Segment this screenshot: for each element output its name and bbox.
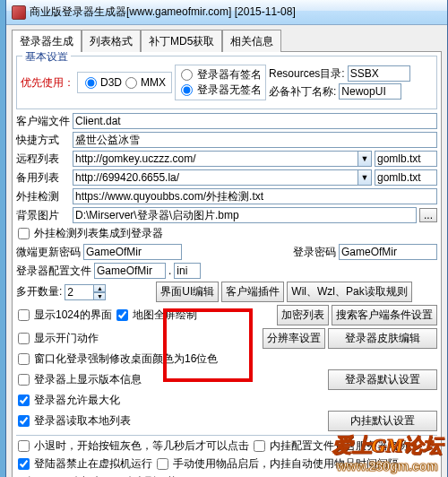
- label-micro-pwd: 微端更新密码: [16, 245, 81, 260]
- label-cfg-file: 登录器配置文件: [16, 264, 91, 279]
- chk-allow-max[interactable]: [18, 395, 30, 406]
- btn-search-cond[interactable]: 搜索客户端条件设置: [332, 305, 437, 325]
- input-bg-image[interactable]: [73, 207, 417, 223]
- tab-generate[interactable]: 登录器生成: [12, 30, 82, 52]
- label-priority: 优先使用：: [21, 75, 74, 91]
- btn-hack-default[interactable]: 内挂默认设置: [328, 411, 437, 431]
- spin-down[interactable]: ▼: [93, 292, 106, 300]
- label-map-full: 地图全屏绘制: [133, 308, 197, 323]
- input-micro-pwd[interactable]: [83, 244, 182, 260]
- label-client-file: 客户端文件: [16, 114, 70, 129]
- btn-client-plugin[interactable]: 客户端插件: [221, 282, 284, 302]
- dropdown-backup-list[interactable]: ▼: [358, 169, 372, 186]
- radio-mmx[interactable]: [125, 77, 137, 89]
- label-d3d: D3D: [100, 76, 122, 89]
- chk-win-force[interactable]: [18, 353, 30, 365]
- input-backup-list-file[interactable]: [375, 169, 437, 186]
- chk-show-ver[interactable]: [18, 374, 30, 386]
- input-remote-list[interactable]: [73, 151, 358, 167]
- app-icon: [12, 5, 26, 20]
- input-patch-name[interactable]: [339, 83, 401, 100]
- input-multi-open[interactable]: [65, 284, 93, 300]
- chk-hacklist-embed[interactable]: [18, 228, 30, 239]
- btn-wil-rules[interactable]: Wil、Wzl、Pak读取规则: [287, 282, 411, 302]
- btn-skin-edit[interactable]: 登录器皮肤编辑: [328, 328, 437, 349]
- input-hack-detect[interactable]: [73, 188, 437, 204]
- label-bg-image: 背景图片: [16, 208, 70, 223]
- spinner-multi-open[interactable]: ▲▼: [65, 284, 106, 300]
- label-cfg-reg: 内挂配置文件包含服务器名称: [270, 438, 409, 454]
- input-backup-list[interactable]: [73, 169, 358, 186]
- label-shortcut: 快捷方式: [16, 133, 70, 148]
- label-mmx: MMX: [141, 76, 166, 89]
- label-win-force: 窗口化登录强制修改桌面颜色为16位色: [34, 351, 218, 367]
- chk-read-local[interactable]: [18, 415, 30, 427]
- input-cfg-file[interactable]: [94, 263, 166, 279]
- btn-enc-list[interactable]: 加密列表: [277, 305, 329, 325]
- input-shortcut[interactable]: [73, 132, 437, 148]
- label-show-open: 显示开门动作: [34, 331, 99, 346]
- label-read-local: 登录器读取本地列表: [34, 413, 131, 429]
- chk-no-vm[interactable]: [18, 458, 30, 470]
- label-multi-open: 多开数量:: [16, 284, 62, 299]
- label-manual-item: 手动使用物品启后，内挂自动使用物品时间间隔: [173, 456, 399, 472]
- tab-bar: 登录器生成 列表格式 补丁MD5获取 相关信息: [12, 30, 442, 52]
- chk-map-full[interactable]: [116, 309, 128, 321]
- label-no-vm: 登陆器禁止在虚拟机运行: [34, 456, 152, 472]
- label-res-dir: Resources目录:: [269, 66, 345, 82]
- label-hacklist-embed: 外挂检测列表集成到登录器: [34, 226, 163, 241]
- input-remote-list-file[interactable]: [375, 151, 437, 167]
- label-show-ver: 登录器上显示版本信息: [34, 372, 142, 387]
- btn-ui-edit[interactable]: 界面UI编辑: [156, 282, 219, 302]
- label-login-pwd: 登录密码: [293, 245, 336, 260]
- input-cfg-ext[interactable]: [174, 263, 201, 279]
- dropdown-remote-list[interactable]: ▼: [358, 151, 372, 167]
- btn-res-set[interactable]: 分辨率设置: [263, 328, 325, 349]
- fieldset-title: 基本设置: [22, 51, 71, 65]
- label-signed: 登录器有签名: [197, 67, 262, 82]
- label-hack-detect: 外挂检测: [16, 189, 70, 204]
- browse-bg-image[interactable]: ...: [419, 208, 437, 222]
- tab-list-format[interactable]: 列表格式: [82, 30, 141, 52]
- radio-unsigned[interactable]: [181, 84, 193, 96]
- label-patch-name: 必备补丁名称:: [269, 84, 336, 100]
- input-res-dir[interactable]: [348, 65, 410, 82]
- spin-up[interactable]: ▲: [93, 284, 106, 292]
- radio-d3d[interactable]: [85, 77, 97, 89]
- label-allow-max: 登录器允许最大化: [34, 393, 120, 408]
- label-small-back: 小退时，开始按钮灰色，等几秒后才可以点击: [34, 438, 249, 454]
- radio-signed[interactable]: [181, 69, 193, 81]
- input-client-file[interactable]: [73, 113, 437, 129]
- tab-patch-md5[interactable]: 补丁MD5获取: [141, 30, 222, 52]
- tab-about[interactable]: 相关信息: [222, 30, 281, 52]
- chk-show-open[interactable]: [18, 333, 30, 344]
- chk-1024[interactable]: [18, 309, 30, 321]
- titlebar: 商业版登录器生成器[www.gameofmir.com] [2015-11-08…: [6, 0, 447, 25]
- label-backup-list: 备用列表: [16, 170, 70, 186]
- label-1024: 显示1024的界面: [34, 308, 112, 323]
- chk-small-back[interactable]: [18, 440, 30, 452]
- btn-default[interactable]: 登录器默认设置: [328, 369, 437, 390]
- window-title: 商业版登录器生成器[www.gameofmir.com] [2015-11-08…: [30, 4, 442, 20]
- fieldset-basic: 基本设置 优先使用： D3D MMX 登录器有签名: [16, 56, 437, 109]
- input-login-pwd[interactable]: [339, 244, 437, 260]
- panel-generate: 基本设置 优先使用： D3D MMX 登录器有签名: [12, 51, 442, 477]
- chk-cfg-reg[interactable]: [254, 440, 265, 452]
- chk-manual-item[interactable]: [157, 458, 168, 470]
- label-unsigned: 登录器无签名: [197, 82, 262, 98]
- label-remote-list: 远程列表: [16, 152, 70, 167]
